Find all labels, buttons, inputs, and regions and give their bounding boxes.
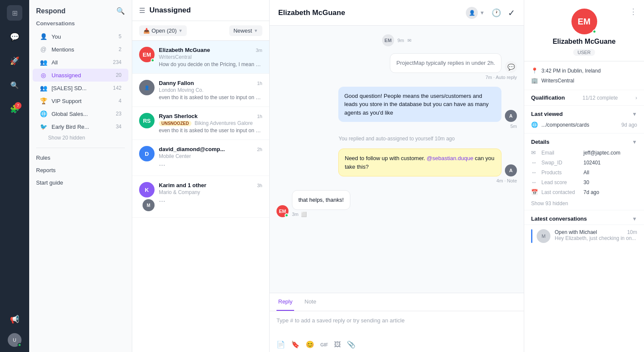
last-viewed-section[interactable]: Last viewed ▼ — [524, 106, 644, 120]
conv-item-name-elizabeth: Elizabeth McGuane — [159, 47, 210, 53]
latest-conv-item[interactable]: M Open with Michael 10m Hey Elizabeth, j… — [524, 225, 644, 247]
reply-box: Reply Note Type # to add a saved reply o… — [270, 293, 524, 352]
inbox-icon: 📥 — [143, 28, 150, 34]
conv-item-preview-david: ··· — [159, 161, 262, 170]
conv-item-preview-elizabeth: How do you decide on the Pricing, I mean… — [159, 61, 262, 67]
msg-bubble-received: that helps, thanks! — [292, 190, 350, 210]
sidebar-item-global[interactable]: 🌐 Global Sales... 23 — [33, 107, 128, 120]
sidebar-start-guide-link[interactable]: Start guide — [29, 176, 132, 189]
app-logo: ⊞ — [7, 5, 22, 21]
sidebar-search-icon[interactable]: 🔍 — [116, 7, 125, 15]
conv-item-header-david: david_diamond@comp... 2h — [159, 146, 262, 152]
conv-item-header-ryan: Ryan Sherlock 1h — [159, 113, 262, 119]
sidebar-item-vip[interactable]: 🏆 VIP Support 4 — [33, 94, 128, 107]
conv-item-danny[interactable]: 👤 Danny Fallon 1h London Moving Co. even… — [132, 74, 269, 107]
details-title: Details — [531, 139, 550, 145]
search-nav-icon[interactable]: 🔍 — [7, 77, 22, 93]
agent-avatar-sent: A — [505, 110, 517, 122]
conv-item-karim[interactable]: K M Karim and 1 other 3h Mario & Company… — [132, 176, 269, 218]
swap-icon: ↔ — [531, 159, 538, 166]
conv-item-time-karim: 3h — [257, 183, 262, 188]
ryan-company: Biking Adventures Galore — [194, 120, 252, 126]
rocket-nav-icon[interactable]: 🚀 — [7, 53, 22, 69]
sidebar-rules-link[interactable]: Rules — [29, 152, 132, 164]
products-value: All — [583, 170, 589, 176]
check-icon[interactable]: ✓ — [508, 8, 515, 18]
msg-row-received: EM that helps, thanks! 3m ⬜ — [276, 190, 517, 217]
mention-sebastian: @sebastian.duque — [427, 155, 474, 161]
conversations-nav-icon[interactable]: 💬 — [7, 29, 22, 45]
assign-button[interactable]: 👤 ▼ — [466, 7, 485, 19]
gif-button[interactable]: GIF — [320, 342, 328, 347]
sidebar-label-global: Global Sales... — [52, 111, 116, 117]
online-dot-received — [285, 213, 289, 217]
sidebar-item-you[interactable]: 👤 You 5 — [33, 30, 128, 43]
rp-company-row: 🏢 WritersCentral — [531, 77, 637, 84]
megaphone-nav-icon[interactable]: 📢 — [7, 312, 22, 327]
rp-menu-icon[interactable]: ⋮ — [629, 7, 637, 16]
status-filter[interactable]: 📥 Open (20) ▼ — [139, 25, 187, 36]
conv-filters: 📥 Open (20) ▼ Newest ▼ — [132, 21, 269, 41]
document-icon[interactable]: 📄 — [276, 340, 285, 349]
conv-item-body-ryan: Ryan Sherlock 1h UNSNOOZED Biking Advent… — [159, 113, 262, 134]
sidebar-item-earlybird[interactable]: 🐦 Early Bird Re... 34 — [33, 120, 128, 133]
show-hidden-link[interactable]: Show 20 hidden — [29, 133, 132, 144]
main-chat: Elizabeth McGuane 👤 ▼ 🕐 ✓ EM 9m ✉ Projec… — [270, 0, 524, 352]
conv-item-ryan[interactable]: RS Ryan Sherlock 1h UNSNOOZED Biking Adv… — [132, 107, 269, 140]
sidebar-item-unassigned[interactable]: ◎ Unassigned 20 — [33, 69, 128, 82]
reply-input[interactable]: Type # to add a saved reply or try sendi… — [270, 311, 524, 337]
tab-note[interactable]: Note — [303, 293, 318, 311]
far-left-navigation: ⊞ 💬 🚀 🔍 🧩 7 📢 U — [0, 0, 29, 352]
conv-item-company-ryan: UNSNOOZED Biking Adventures Galore — [159, 120, 262, 126]
auto-reply-meta: 7m · Auto reply — [486, 75, 517, 80]
menu-icon[interactable]: ☰ — [139, 6, 145, 15]
bookmark-icon[interactable]: 🔖 — [291, 340, 300, 349]
conv-item-body-karim: Karim and 1 other 3h Mario & Company ··· — [159, 182, 262, 206]
user-avatar[interactable]: U — [8, 333, 21, 347]
details-chevron: ▼ — [632, 139, 637, 145]
reply-tabs: Reply Note — [270, 293, 524, 311]
received-meta: 3m ⬜ — [292, 212, 350, 217]
conv-item-header-danny: Danny Fallon 1h — [159, 80, 262, 86]
clock-icon[interactable]: 🕐 — [492, 8, 501, 18]
last-viewed-time: 9d ago — [621, 122, 637, 128]
sidebar-item-all[interactable]: 👥 All 234 — [33, 56, 128, 69]
sort-filter-caret: ▼ — [254, 28, 258, 33]
tab-reply[interactable]: Reply — [276, 293, 294, 311]
qualification-row[interactable]: Qualification 11/12 complete › — [524, 90, 644, 106]
rp-avatar-initials: EM — [578, 17, 591, 27]
assign-caret: ▼ — [480, 10, 485, 16]
conv-item-elizabeth[interactable]: EM Elizabeth McGuane 3m WritersCentral H… — [132, 41, 269, 74]
email-icon: ✉ — [531, 149, 538, 156]
conv-item-header-karim: Karim and 1 other 3h — [159, 182, 262, 188]
sent-meta: 5m — [510, 124, 517, 129]
conv-avatar-karim2: M — [143, 199, 155, 211]
conv-item-company-danny: London Moving Co. — [159, 87, 262, 93]
blue-bar — [531, 229, 532, 243]
lc-body: Open with Michael 10m Hey Elizabeth, jus… — [555, 229, 637, 243]
conv-item-body-elizabeth: Elizabeth McGuane 3m WritersCentral How … — [159, 47, 262, 67]
status-filter-label: Open (20) — [152, 27, 177, 34]
earlybird-icon: 🐦 — [39, 123, 47, 130]
image-icon[interactable]: 🖼 — [334, 341, 341, 349]
conv-item-david[interactable]: D david_diamond@comp... 2h Mobile Center… — [132, 140, 269, 176]
sidebar-label-sales: [SALES] SD... — [52, 85, 113, 91]
auto-reply-icon: 💬 — [505, 61, 517, 73]
sidebar-count-all: 234 — [113, 59, 122, 65]
show-hidden-details[interactable]: Show 93 hidden — [524, 197, 644, 210]
sidebar-label-mentions: Mentions — [52, 46, 118, 53]
puzzle-nav-icon[interactable]: 🧩 7 — [7, 101, 22, 117]
location-icon: 📍 — [531, 67, 538, 74]
sidebar-item-mentions[interactable]: @ Mentions 2 — [33, 43, 128, 56]
msg-bubble-note: Need to follow up with customer. @sebast… — [338, 149, 501, 176]
attach-icon[interactable]: 📎 — [347, 340, 355, 349]
emoji-icon[interactable]: 😊 — [306, 340, 314, 349]
sort-filter[interactable]: Newest ▼ — [229, 25, 262, 36]
sidebar-reports-link[interactable]: Reports — [29, 164, 132, 176]
sidebar-item-sales[interactable]: 👥 [SALES] SD... 142 — [33, 82, 128, 94]
latest-convs-header[interactable]: Latest conversations ▼ — [524, 210, 644, 225]
unsnoozed-badge: UNSNOOZED — [159, 121, 191, 126]
assign-avatar: 👤 — [466, 7, 478, 19]
lastcontacted-detail-row: 📅 Last contacted 7d ago — [524, 187, 644, 197]
details-section-header[interactable]: Details ▼ — [524, 134, 644, 148]
